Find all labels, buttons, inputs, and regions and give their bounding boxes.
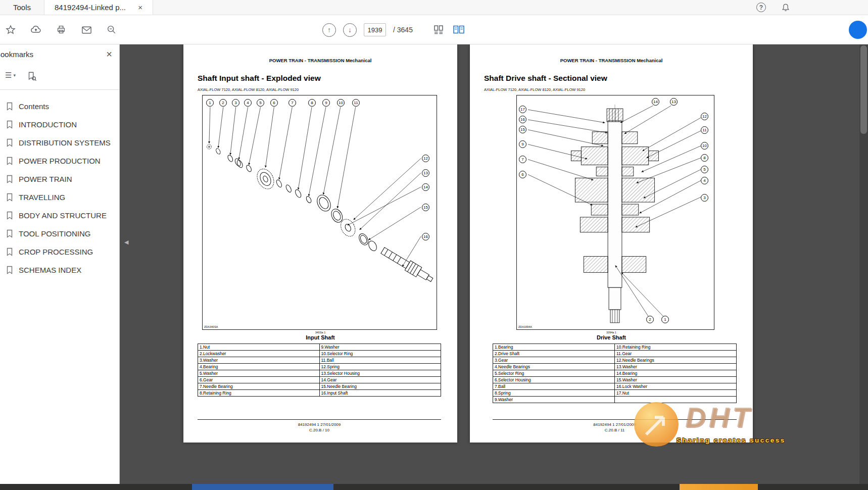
bottom-bar-accent-orange: [680, 484, 758, 490]
footer-doc-number: 84192494 1 27/01/2009: [198, 422, 441, 427]
favorites-star-icon[interactable]: [4, 23, 17, 36]
document-tab-label: 84192494-Linked p...: [55, 3, 126, 12]
two-page-view-icon[interactable]: [452, 23, 465, 36]
parts-table: 1.Nut9.Washer 2.Lockwasher10.Selector Ri…: [198, 344, 441, 397]
bottom-bar: [0, 484, 868, 490]
callout: 6: [519, 171, 526, 178]
callout: 13: [670, 98, 678, 106]
bookmark-icon: [6, 138, 13, 147]
bookmark-icon: [6, 120, 13, 129]
bookmark-options-icon[interactable]: ☰▾: [5, 71, 16, 80]
sidebar-item-travelling[interactable]: TRAVELLING: [0, 188, 119, 206]
callout: 9: [322, 99, 330, 107]
callout: 15: [422, 204, 429, 211]
bookmark-icon: [6, 193, 13, 202]
part-cell: 11.Gear: [615, 351, 737, 357]
footer-doc-number: 84192494 1 27/01/2009: [493, 422, 737, 427]
tools-tab[interactable]: Tools: [0, 0, 44, 15]
callout: 8: [701, 154, 708, 162]
scrollbar-thumb[interactable]: [860, 45, 867, 134]
part-cell: 6.Selector Housing: [493, 377, 615, 383]
sidebar-item-schemas-index[interactable]: SCHEMAS INDEX: [0, 261, 119, 279]
notifications-bell-icon[interactable]: [779, 1, 792, 14]
footer-page-number: C.20.B / 10: [198, 427, 441, 433]
parts-table: 1.Bearing10.Retaining Ring 2.Drive Shaft…: [493, 344, 737, 403]
table-row: 7.Ball16.Lock Washer: [493, 383, 737, 390]
account-avatar[interactable]: [849, 21, 867, 39]
part-cell: 9.Washer: [319, 344, 441, 351]
sidebar-item-power-production[interactable]: POWER PRODUCTION: [0, 152, 119, 170]
part-cell: 16.Input Shaft: [319, 390, 441, 397]
part-cell: [615, 397, 737, 403]
page-total-label: / 3645: [393, 26, 413, 34]
part-cell: 3.Washer: [198, 357, 320, 364]
sidebar-item-label: CROP PROCESSING: [19, 248, 93, 256]
page-number-input[interactable]: [364, 23, 386, 36]
table-row: 3.Gear12.Needle Bearings: [493, 357, 737, 364]
help-icon[interactable]: ?: [756, 3, 766, 12]
callout: 9: [519, 140, 526, 148]
exploded-view-figure: 1 2 3 4 5 6 7 8 9 10 11 12 13 14 15 16 Z…: [202, 95, 437, 330]
page-title: Shaft Drive shaft - Sectional view: [484, 74, 607, 83]
callout: 14: [422, 183, 429, 191]
figure-caption: Input Shaft: [183, 334, 457, 340]
callout: 7: [288, 99, 296, 107]
zoom-out-icon[interactable]: [105, 23, 118, 36]
figure-code: ZDA340SA: [204, 325, 218, 328]
pdf-page-right: POWER TRAIN - TRANSMISSION Mechanical Sh…: [470, 44, 753, 443]
part-cell: 2.Drive Shaft: [493, 351, 615, 357]
document-area: POWER TRAIN - TRANSMISSION Mechanical Sh…: [120, 44, 868, 490]
table-row: 3.Washer11.Ball: [198, 357, 441, 364]
callout: 4: [244, 99, 252, 107]
email-icon[interactable]: [80, 23, 93, 36]
bookmarks-panel-title: Bookmarks: [0, 50, 33, 59]
part-cell: 4.Bearing: [198, 364, 320, 370]
pdf-page-left: POWER TRAIN - TRANSMISSION Mechanical Sh…: [183, 44, 457, 443]
table-row: 5.Selector Ring14.Bearing: [493, 370, 737, 377]
sidebar-item-label: TOOL POSITIONING: [19, 229, 91, 238]
callout: 17: [519, 106, 526, 113]
callout: 10: [337, 99, 345, 107]
part-cell: 12.Needle Bearings: [615, 357, 737, 364]
sidebar-item-introduction[interactable]: INTRODUCTION: [0, 115, 119, 133]
callout: 6: [270, 99, 278, 107]
sidebar-item-body-and-structure[interactable]: BODY AND STRUCTURE: [0, 206, 119, 224]
toolbar-left-group: [4, 15, 118, 44]
bookmark-icon: [6, 211, 13, 220]
callout: 16: [519, 116, 526, 123]
sidebar-item-label: INTRODUCTION: [19, 120, 77, 129]
callout: 2: [646, 316, 654, 323]
close-tab-icon[interactable]: ×: [138, 3, 142, 12]
part-cell: 2.Lockwasher: [198, 351, 320, 357]
callout: 3: [232, 99, 239, 107]
collapse-panel-icon[interactable]: ◀: [124, 239, 128, 246]
next-page-icon[interactable]: ↓: [343, 23, 357, 37]
sidebar-item-power-train[interactable]: POWER TRAIN: [0, 170, 119, 188]
sidebar-item-distribution-systems[interactable]: DISTRIBUTION SYSTEMS: [0, 133, 119, 152]
part-cell: 5.Washer: [198, 370, 320, 377]
sidebar-item-crop-processing[interactable]: CROP PROCESSING: [0, 242, 119, 261]
callout: 1: [206, 99, 214, 107]
vertical-scrollbar[interactable]: [859, 44, 868, 490]
sidebar-item-label: SCHEMAS INDEX: [19, 266, 81, 274]
bottom-bar-accent-blue: [192, 484, 333, 490]
find-current-bookmark-icon[interactable]: [26, 71, 37, 82]
page-header: POWER TRAIN - TRANSMISSION Mechanical: [470, 58, 753, 63]
close-panel-icon[interactable]: ×: [106, 48, 112, 60]
callout: 13: [422, 169, 429, 177]
page-thumbnails-icon[interactable]: [432, 23, 445, 36]
sidebar-item-contents[interactable]: Contents: [0, 97, 119, 115]
table-row: 1.Nut9.Washer: [198, 344, 441, 351]
callout: 5: [701, 166, 708, 173]
toolbar-center-group: ↑ ↓ / 3645: [322, 15, 465, 44]
callout: 16: [422, 233, 429, 240]
document-tab[interactable]: 84192494-Linked p... ×: [44, 0, 153, 15]
table-row: 4.Needle Bearings13.Washer: [493, 364, 737, 370]
print-icon[interactable]: [55, 23, 68, 36]
previous-page-icon[interactable]: ↑: [322, 23, 336, 37]
callout: 14: [652, 98, 659, 106]
page-footer: 84192494 1 27/01/2009 C.20.B / 11: [493, 419, 737, 433]
exploded-view-drawing: [203, 95, 437, 329]
cloud-upload-icon[interactable]: [29, 23, 42, 36]
sidebar-item-tool-positioning[interactable]: TOOL POSITIONING: [0, 224, 119, 242]
